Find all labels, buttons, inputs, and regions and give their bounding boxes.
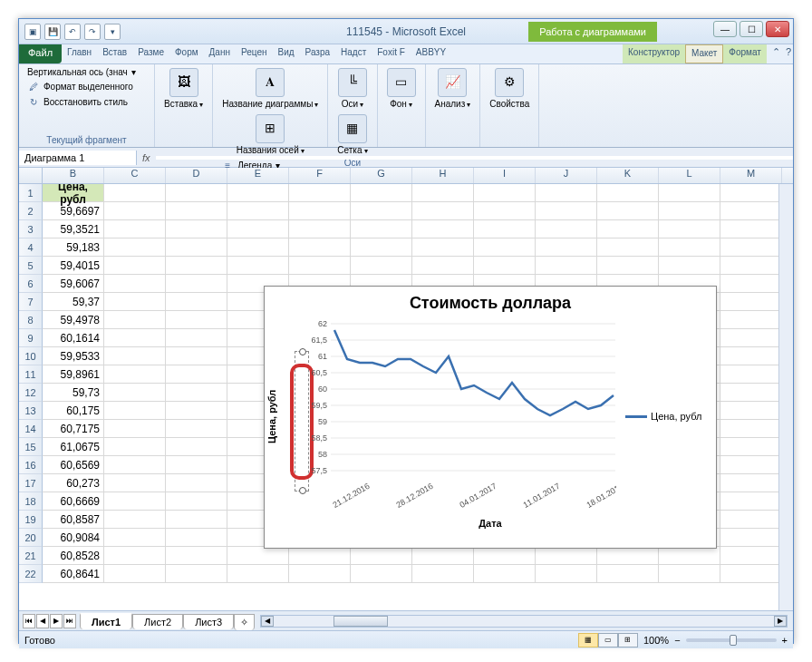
cell[interactable] [720, 384, 782, 402]
row-header[interactable]: 10 [19, 347, 43, 365]
cell[interactable] [104, 311, 166, 329]
zoom-level[interactable]: 100% [643, 635, 669, 646]
x-axis-title[interactable]: Дата [265, 516, 716, 531]
row-header[interactable]: 7 [19, 293, 43, 311]
cell[interactable] [412, 257, 474, 275]
col-J[interactable]: J [536, 168, 597, 183]
cell[interactable] [720, 202, 782, 220]
cell[interactable] [659, 184, 720, 202]
cell[interactable] [166, 438, 227, 456]
cell[interactable] [536, 184, 597, 202]
tab-foxit[interactable]: Foxit F [372, 44, 411, 63]
cell[interactable] [166, 547, 227, 565]
tab-design[interactable]: Конструктор [623, 44, 685, 63]
cell[interactable] [166, 347, 227, 365]
row-header[interactable]: 4 [19, 239, 43, 257]
cell[interactable] [104, 456, 166, 474]
cell[interactable]: 60,8528 [43, 547, 104, 565]
tab-first[interactable]: ⏮ [23, 614, 35, 628]
cell[interactable] [104, 220, 166, 239]
cell[interactable]: 60,175 [43, 402, 104, 420]
cell[interactable]: 61,0675 [43, 438, 104, 456]
cell[interactable] [474, 565, 536, 583]
view-page-break[interactable]: ⊞ [618, 633, 638, 647]
cell[interactable] [166, 311, 227, 329]
cell[interactable] [412, 239, 474, 257]
maximize-button[interactable]: ☐ [740, 21, 763, 37]
hscroll-thumb[interactable] [334, 616, 388, 627]
cell[interactable]: Цена, рубл [43, 184, 104, 202]
cell[interactable] [720, 365, 782, 384]
cell[interactable] [104, 547, 166, 565]
cell[interactable] [720, 474, 782, 492]
qat-redo-icon[interactable]: ↷ [84, 24, 101, 40]
cell[interactable] [289, 547, 351, 565]
row-header[interactable]: 5 [19, 257, 43, 275]
cell[interactable] [227, 202, 289, 220]
cell[interactable] [166, 220, 227, 239]
tab-formulas[interactable]: Форм [169, 44, 204, 63]
cell[interactable] [720, 456, 782, 474]
chart-element-selector[interactable]: Вертикальная ось (знач ▾ [24, 66, 149, 78]
cell[interactable] [720, 420, 782, 438]
axis-titles-button[interactable]: ⊞Названия осей [218, 112, 322, 158]
cell[interactable] [166, 492, 227, 511]
cell[interactable]: 59,8961 [43, 365, 104, 384]
cell[interactable] [166, 529, 227, 547]
qat-save-icon[interactable]: 💾 [44, 24, 61, 40]
cell[interactable] [720, 347, 782, 365]
cell[interactable] [104, 438, 166, 456]
cell[interactable] [104, 329, 166, 347]
cell[interactable] [227, 184, 289, 202]
row-header[interactable]: 6 [19, 275, 43, 293]
file-tab[interactable]: Файл [19, 44, 62, 63]
cell[interactable] [166, 511, 227, 529]
tab-abbyy[interactable]: ABBYY [411, 44, 451, 63]
row-header[interactable]: 8 [19, 311, 43, 329]
vertical-scrollbar[interactable] [778, 184, 793, 610]
cell[interactable] [659, 565, 720, 583]
cell[interactable] [720, 311, 782, 329]
fx-label[interactable]: fx [137, 152, 156, 163]
cell[interactable] [720, 329, 782, 347]
row-header[interactable]: 16 [19, 456, 43, 474]
cell[interactable] [536, 565, 597, 583]
new-sheet-button[interactable]: ✧ [234, 614, 255, 630]
zoom-handle[interactable] [730, 635, 737, 646]
chart-title-button[interactable]: 𝐀Название диаграммы [218, 66, 322, 112]
col-G[interactable]: G [351, 168, 412, 183]
cell[interactable] [659, 257, 720, 275]
col-L[interactable]: L [659, 168, 720, 183]
chart-title[interactable]: Стоимость доллара [265, 287, 716, 316]
cell[interactable] [104, 474, 166, 492]
tab-insert[interactable]: Встав [97, 44, 132, 63]
cell[interactable] [659, 202, 720, 220]
row-header[interactable]: 13 [19, 402, 43, 420]
tab-review[interactable]: Рецен [236, 44, 273, 63]
select-all-corner[interactable] [19, 168, 43, 183]
cell[interactable] [227, 239, 289, 257]
cell[interactable]: 60,8587 [43, 511, 104, 529]
row-header[interactable]: 20 [19, 529, 43, 547]
col-E[interactable]: E [227, 168, 289, 183]
cell[interactable] [166, 420, 227, 438]
cell[interactable]: 59,9533 [43, 347, 104, 365]
row-header[interactable]: 11 [19, 365, 43, 384]
cell[interactable] [227, 257, 289, 275]
tab-layout[interactable]: Макет [685, 44, 723, 63]
background-button[interactable]: ▭Фон [383, 66, 420, 112]
sheet-tab-1[interactable]: Лист1 [80, 613, 132, 629]
cell[interactable] [289, 184, 351, 202]
row-header[interactable]: 3 [19, 220, 43, 239]
col-C[interactable]: C [104, 168, 166, 183]
cell[interactable] [720, 257, 782, 275]
cell[interactable] [227, 565, 289, 583]
minimize-ribbon-icon[interactable]: ⌃ [772, 46, 780, 62]
cell[interactable] [597, 547, 659, 565]
cell[interactable] [166, 474, 227, 492]
cell[interactable] [597, 239, 659, 257]
cell[interactable] [166, 365, 227, 384]
cell[interactable] [166, 293, 227, 311]
cell[interactable] [720, 511, 782, 529]
col-F[interactable]: F [289, 168, 351, 183]
